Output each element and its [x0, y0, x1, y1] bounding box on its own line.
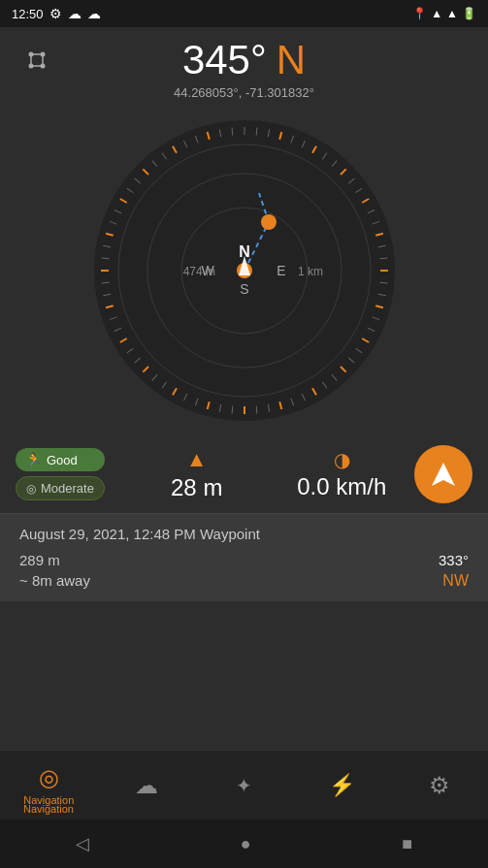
waypoint-left: 289 m ~ 8m away: [19, 552, 90, 590]
altitude-value: 28 m: [171, 474, 222, 501]
speed-value: 0.0 km/h: [297, 473, 386, 500]
info-bar: 🏃 Good ◎ Moderate ▲ 28 m ◑ 0.0 km/h: [0, 435, 488, 513]
navigation-tab-icon: ◎: [39, 764, 59, 791]
heading-degrees: 345°: [182, 37, 267, 83]
compass-graphic: // We'll draw these manually for key pos…: [89, 115, 400, 426]
svg-text:474 m: 474 m: [182, 265, 214, 278]
heading-direction: N: [277, 37, 306, 83]
svg-line-80: [232, 128, 233, 136]
header-top: 345° N: [16, 37, 472, 83]
menu-button[interactable]: [16, 39, 58, 81]
android-nav-bar: ◁ ● ■: [0, 820, 488, 868]
altitude-icon: ▲: [186, 447, 208, 472]
settings-tab-icon: ⚙: [429, 772, 450, 799]
svg-line-10: [256, 128, 257, 136]
speed-display: ◑ 0.0 km/h: [269, 448, 414, 500]
heading-display: 345° N: [182, 37, 306, 83]
altitude-display: ▲ 28 m: [124, 447, 270, 501]
recents-button[interactable]: ■: [402, 834, 412, 854]
good-badge: 🏃 Good: [16, 448, 105, 471]
settings-icon: ⚙: [49, 6, 62, 21]
weather-tab-icon: ☁: [135, 772, 158, 799]
home-button[interactable]: ●: [241, 834, 251, 854]
nav-item-settings[interactable]: ⚙: [390, 772, 488, 799]
time-display: 12:50: [12, 7, 44, 21]
status-left: 12:50 ⚙ ☁ ☁: [12, 6, 101, 21]
star-tab-icon: ✦: [236, 774, 252, 797]
cloud-icon: ☁: [68, 6, 81, 21]
svg-line-28: [379, 282, 387, 283]
navigate-button[interactable]: [414, 445, 472, 503]
status-bar: 12:50 ⚙ ☁ ☁ 📍 ▲ ▲ 🔋: [0, 0, 488, 27]
moderate-label: Moderate: [41, 481, 94, 496]
good-icon: 🏃: [25, 452, 42, 467]
status-right: 📍 ▲ ▲ 🔋: [412, 7, 476, 20]
svg-marker-96: [432, 463, 455, 486]
good-label: Good: [47, 453, 78, 467]
nav-item-star[interactable]: ✦: [195, 774, 293, 797]
svg-line-64: [101, 258, 109, 259]
wifi-icon: ▲: [446, 7, 458, 20]
svg-line-46: [232, 405, 233, 413]
nav-item-altitude[interactable]: ⚡: [293, 773, 391, 798]
back-button[interactable]: ◁: [76, 833, 89, 854]
gps-badges: 🏃 Good ◎ Moderate: [16, 448, 105, 500]
waypoint-details: 289 m ~ 8m away 333° NW: [19, 552, 469, 590]
location-icon: 📍: [412, 7, 427, 20]
svg-text:E: E: [277, 263, 285, 278]
svg-line-44: [256, 405, 257, 413]
header: 345° N 44.268053°, -71.301832°: [0, 27, 488, 106]
waypoint-distance: 289 m: [19, 552, 90, 568]
coordinates: 44.268053°, -71.301832°: [174, 85, 314, 100]
speed-icon: ◑: [334, 448, 350, 471]
waypoint-card: August 29, 2021, 12:48 PM Waypoint 289 m…: [0, 513, 488, 601]
cloud2-icon: ☁: [87, 6, 101, 21]
compass-container: // We'll draw these manually for key pos…: [0, 106, 488, 435]
svg-line-26: [379, 258, 387, 259]
waypoint-title: August 29, 2021, 12:48 PM Waypoint: [19, 526, 469, 542]
nav-item-navigation[interactable]: ◎ Navigation: [0, 764, 98, 806]
nav-item-weather[interactable]: ☁: [98, 772, 196, 799]
navigation-label: Navigation: [0, 803, 97, 815]
svg-point-92: [261, 214, 277, 230]
svg-text:1 km: 1 km: [298, 265, 323, 278]
compass-svg: // We'll draw these manually for key pos…: [89, 115, 400, 426]
waypoint-bearing: 333°: [439, 552, 469, 568]
svg-line-62: [101, 282, 109, 283]
signal-icon: ▲: [431, 7, 442, 20]
waypoint-right: 333° NW: [439, 552, 469, 590]
altitude-tab-icon: ⚡: [329, 773, 355, 798]
moderate-badge: ◎ Moderate: [16, 476, 105, 500]
moderate-icon: ◎: [26, 482, 36, 496]
waypoint-away: ~ 8m away: [19, 572, 90, 589]
battery-icon: 🔋: [462, 7, 476, 20]
waypoint-direction: NW: [442, 572, 469, 590]
svg-text:S: S: [240, 281, 248, 297]
